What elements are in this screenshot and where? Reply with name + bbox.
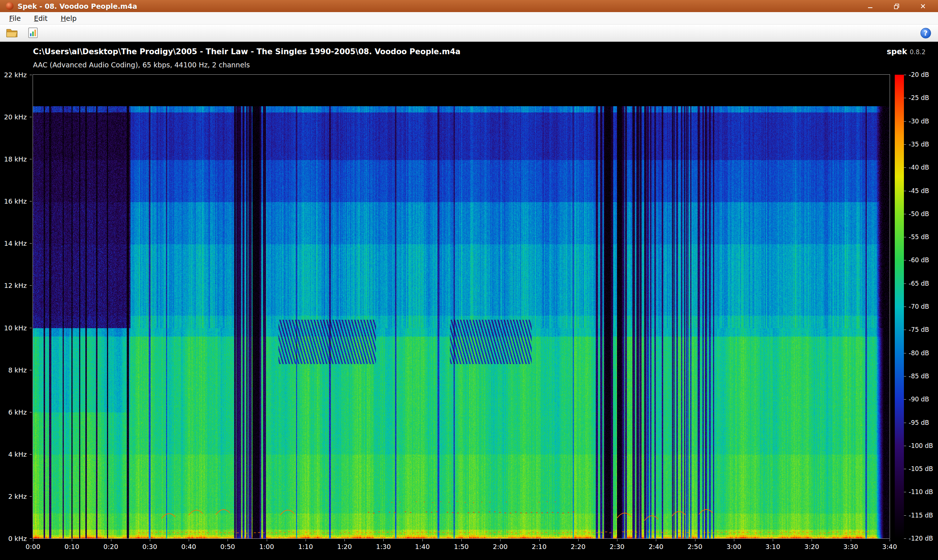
restore-icon <box>893 3 900 9</box>
time-label: 0:00 <box>26 543 40 551</box>
axis-tick <box>904 168 906 168</box>
time-label: 3:10 <box>765 543 780 551</box>
axis-tick <box>904 469 906 469</box>
time-label: 1:20 <box>337 543 352 551</box>
axis-tick <box>30 117 32 117</box>
toolbar: ? <box>0 25 938 42</box>
axis-tick <box>904 492 906 492</box>
freq-label: 10 kHz <box>4 324 27 331</box>
axis-tick <box>422 539 423 542</box>
axis-tick <box>904 538 906 539</box>
db-label: -85 dB <box>909 372 929 380</box>
app-version: 0.8.2 <box>910 48 926 56</box>
axis-tick <box>30 538 32 539</box>
db-label: -50 dB <box>909 210 929 218</box>
axis-tick <box>695 539 695 542</box>
db-label: -30 dB <box>909 118 929 125</box>
db-label: -35 dB <box>909 141 929 148</box>
time-label: 1:10 <box>298 543 313 551</box>
db-label: -100 dB <box>909 442 933 449</box>
color-legend <box>895 75 904 538</box>
axis-tick <box>904 98 906 98</box>
close-button[interactable] <box>918 2 929 11</box>
axis-tick <box>904 446 906 446</box>
frequency-axis: 22 kHz20 kHz18 kHz16 kHz14 kHz12 kHz10 k… <box>0 75 32 538</box>
time-label: 1:50 <box>454 543 469 551</box>
open-file-button[interactable] <box>5 26 20 40</box>
axis-tick <box>904 144 906 145</box>
help-icon: ? <box>920 28 931 38</box>
save-image-icon <box>27 27 39 39</box>
window-title: Spek - 08. Voodoo People.m4a <box>18 2 137 10</box>
restore-button[interactable] <box>891 2 902 11</box>
axis-tick <box>344 539 345 542</box>
axis-tick <box>267 539 267 542</box>
axis-tick <box>578 539 579 542</box>
minimize-button[interactable] <box>865 2 876 11</box>
axis-tick <box>189 539 189 542</box>
axis-tick <box>734 539 734 542</box>
time-label: 1:00 <box>259 543 274 551</box>
axis-tick <box>72 539 72 542</box>
file-path: C:\Users\al\Desktop\The Prodigy\2005 - T… <box>33 47 461 56</box>
menu-item-help[interactable]: Help <box>55 12 82 25</box>
db-label: -115 dB <box>909 512 933 519</box>
axis-tick <box>773 539 773 542</box>
axis-tick <box>617 539 618 542</box>
axis-tick <box>33 539 33 542</box>
open-folder-icon <box>6 28 19 38</box>
axis-tick <box>904 306 906 307</box>
axis-tick <box>904 353 906 354</box>
menu-item-edit[interactable]: Edit <box>29 12 53 25</box>
axis-tick <box>851 539 851 542</box>
freq-label: 12 kHz <box>4 282 27 289</box>
time-label: 0:10 <box>65 543 79 551</box>
app-icon <box>6 2 14 10</box>
db-axis: -20 dB-25 dB-30 dB-35 dB-40 dB-45 dB-50 … <box>904 75 938 538</box>
axis-tick <box>30 159 32 159</box>
axis-tick <box>904 214 906 214</box>
axis-tick <box>539 539 540 542</box>
time-label: 3:30 <box>844 543 858 551</box>
db-label: -55 dB <box>909 233 929 241</box>
db-label: -75 dB <box>909 326 929 333</box>
minimize-icon <box>867 3 873 9</box>
freq-label: 4 kHz <box>8 450 27 458</box>
axis-tick <box>904 260 906 260</box>
db-label: -80 dB <box>909 349 929 357</box>
axis-tick <box>904 121 906 122</box>
axis-tick <box>306 539 306 542</box>
db-label: -120 dB <box>909 535 933 542</box>
axis-tick <box>30 370 32 370</box>
db-label: -65 dB <box>909 280 929 287</box>
time-label: 2:10 <box>531 543 546 551</box>
freq-label: 0 kHz <box>8 535 27 542</box>
time-label: 1:30 <box>376 543 391 551</box>
axis-tick <box>30 243 32 243</box>
axis-tick <box>461 539 462 542</box>
window-titlebar[interactable]: Spek - 08. Voodoo People.m4a <box>0 0 938 12</box>
menu-item-file[interactable]: File <box>4 12 26 25</box>
db-label: -25 dB <box>909 94 929 102</box>
axis-tick <box>904 191 906 191</box>
time-label: 0:50 <box>220 543 235 551</box>
axis-tick <box>904 75 906 75</box>
axis-tick <box>383 539 384 542</box>
db-label: -45 dB <box>909 187 929 194</box>
help-button[interactable]: ? <box>918 26 933 40</box>
db-label: -40 dB <box>909 164 929 171</box>
axis-tick <box>904 237 906 237</box>
time-label: 0:30 <box>143 543 157 551</box>
close-icon <box>920 3 926 9</box>
time-label: 3:00 <box>727 543 741 551</box>
axis-tick <box>30 328 32 328</box>
time-label: 1:40 <box>415 543 430 551</box>
menubar: File Edit Help <box>0 12 938 25</box>
axis-tick <box>904 423 906 423</box>
axis-tick <box>812 539 812 542</box>
axis-tick <box>904 376 906 377</box>
time-label: 3:40 <box>882 543 897 551</box>
save-spectrogram-button[interactable] <box>25 26 41 40</box>
time-label: 3:20 <box>804 543 819 551</box>
freq-label: 14 kHz <box>4 240 27 247</box>
